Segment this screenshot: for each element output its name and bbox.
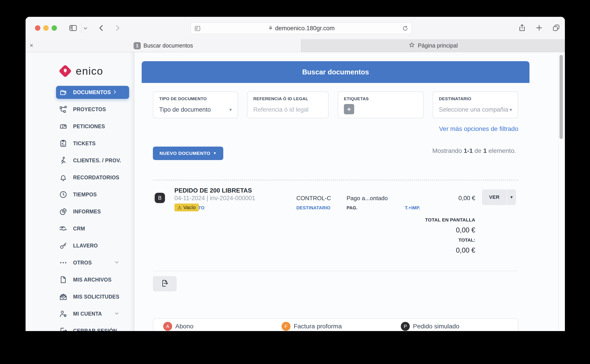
tab-overview-icon[interactable]: [552, 24, 560, 32]
scrollbar-thumb[interactable]: [559, 55, 563, 139]
clipboard-icon: [59, 139, 68, 148]
sidebar-item-tiempos[interactable]: TIEMPOS: [26, 186, 135, 203]
reload-icon[interactable]: [402, 25, 409, 33]
cell-destinatario: CONTROL-C: [296, 195, 331, 202]
sidebar-item-label: CRM: [73, 226, 85, 232]
sidebar-item-documentos[interactable]: DOCUMENTOS: [26, 84, 135, 101]
new-tab-icon[interactable]: [535, 24, 543, 32]
totals-block: TOTAL EN PANTALLA 0,00 € TOTAL: 0,00 €: [153, 217, 475, 254]
caret-down-icon: ▾: [229, 107, 232, 113]
sidebar-item-llavero[interactable]: LLAVERO: [26, 237, 135, 254]
lock-icon: [268, 25, 273, 32]
table-row: B PEDIDO DE 200 LIBRETAS 04-11-2024 | in…: [153, 184, 518, 216]
toolbar-chevron-down-icon[interactable]: [83, 26, 88, 31]
address-bar[interactable]: demoenico.180gr.com: [191, 22, 412, 34]
close-window-button[interactable]: [35, 25, 40, 31]
sidebar-item-label: MIS SOLICITUDES: [73, 294, 119, 300]
minimize-window-button[interactable]: [43, 25, 49, 31]
sidebar-item-mi-cuenta[interactable]: MI CUENTA: [26, 305, 135, 322]
total-label: TOTAL:: [153, 237, 475, 243]
filter-referencia: REFERENCIA Ó ID LEGAL: [247, 91, 329, 118]
sidebar-item-label: CERRAR SESIÓN: [73, 328, 117, 331]
reader-view-icon[interactable]: [194, 25, 201, 33]
app-logo[interactable]: enico: [60, 65, 103, 77]
filter-row: TIPO DE DOCUMENTO Tipo de documento▾ REF…: [153, 91, 518, 118]
logo-wordmark: enico: [76, 65, 103, 77]
tab-bar: × 1 Buscar documentos Página principal: [26, 39, 565, 52]
document-title[interactable]: PEDIDO DE 200 LIBRETAS: [174, 187, 252, 194]
add-tag-button[interactable]: +: [344, 104, 354, 114]
sidebar-item-crm[interactable]: CRM: [26, 220, 135, 237]
sidebar-item-label: INFORMES: [73, 209, 101, 215]
scrollbar-track: [558, 52, 558, 331]
sidebar-item-label: PROYECTOS: [73, 106, 106, 112]
sidebar-item-mis-archivos[interactable]: MIS ARCHIVOS: [26, 271, 135, 288]
sidebar-item-informes[interactable]: INFORMES: [26, 203, 135, 220]
sidebar-item-label: LLAVERO: [73, 243, 98, 249]
ellipsis-icon: [59, 258, 68, 267]
logout-icon: [59, 327, 68, 331]
sidebar-item-label: CLIENTES. / PROV.: [73, 158, 121, 164]
empty-warning-badge: ⚠ Vacío: [174, 203, 199, 211]
ver-dropdown-button[interactable]: ▼: [507, 189, 516, 205]
referencia-input[interactable]: [253, 106, 322, 113]
ver-button[interactable]: VER: [482, 189, 507, 205]
main-panel: Buscar documentos TIPO DE DOCUMENTO Tipo…: [135, 52, 565, 331]
filter-tipo-de-documento: TIPO DE DOCUMENTO Tipo de documento▾: [153, 91, 238, 118]
key-icon: [59, 241, 68, 250]
sidebar-item-label: MIS ARCHIVOS: [73, 277, 111, 283]
ver-button-group: VER ▼: [482, 189, 516, 205]
zoom-window-button[interactable]: [52, 25, 57, 31]
star-icon: [408, 42, 415, 50]
more-filter-options-link[interactable]: Ver más opciones de filtrado: [153, 125, 518, 132]
browser-window: demoenico.180gr.com × 1 Busc: [26, 17, 565, 331]
sidebar-nav: DOCUMENTOS PROYECTOS: [26, 84, 135, 331]
tab-buscar-documentos[interactable]: × 1 Buscar documentos: [26, 39, 301, 52]
filter-label: TIPO DE DOCUMENTO: [159, 96, 232, 101]
sidebar-item-clientes-prov[interactable]: CLIENTES. / PROV.: [26, 152, 135, 169]
export-button[interactable]: [153, 276, 177, 291]
legend-label: Pedido simulado: [413, 323, 459, 330]
sidebar-item-label: OTROS: [73, 260, 92, 266]
total-value: 0,00 €: [153, 246, 475, 254]
page-content: enico DOCUMENTOS: [26, 52, 565, 331]
table-header-separator: [153, 180, 518, 180]
sidebar-item-label: TIEMPOS: [73, 192, 97, 198]
filter-label: ETIQUETAS: [344, 96, 417, 101]
sidebar-item-label: PETICIONES: [73, 124, 105, 130]
tab-close-icon[interactable]: ×: [30, 42, 33, 49]
forward-button[interactable]: [113, 24, 122, 32]
sidebar-toggle-icon[interactable]: [69, 24, 78, 32]
sidebar-item-peticiones[interactable]: PETICIONES: [26, 118, 135, 135]
sidebar-item-proyectos[interactable]: PROYECTOS: [26, 101, 135, 118]
project-nodes-icon: [59, 105, 68, 114]
sidebar-item-label: MI CUENTA: [73, 311, 102, 317]
pie-chart-icon: [59, 207, 68, 216]
mailbox-icon: [59, 122, 68, 131]
clock-icon: [59, 190, 68, 199]
sidebar-item-mis-solicitudes[interactable]: MIS SOLICITUDES: [26, 288, 135, 305]
sidebar-item-recordatorios[interactable]: RECORDATORIOS: [26, 169, 135, 186]
chevron-down-icon: [114, 259, 120, 266]
tipo-documento-select[interactable]: Tipo de documento▾: [159, 106, 232, 113]
toolbar-divider: [81, 23, 81, 33]
sidebar-item-tickets[interactable]: TICKETS: [26, 135, 135, 152]
share-icon[interactable]: [518, 24, 526, 32]
filter-label: REFERENCIA Ó ID LEGAL: [253, 96, 322, 101]
chevron-right-icon: [112, 89, 117, 96]
tab-pagina-principal[interactable]: Página principal: [301, 39, 565, 52]
total-screen-label: TOTAL EN PANTALLA: [153, 217, 475, 223]
file-icon: [59, 275, 68, 284]
destinatario-select[interactable]: Seleccione una compañia▾: [439, 106, 512, 113]
sidebar-item-label: TICKETS: [73, 141, 96, 147]
page-title: Buscar documentos: [302, 68, 369, 76]
sidebar-item-cerrar-sesion[interactable]: CERRAR SESIÓN: [26, 322, 135, 331]
caret-down-icon: ▾: [510, 107, 512, 113]
chevron-down-icon: [114, 310, 120, 317]
legend-item-factura-proforma: F Factura proforma: [282, 322, 342, 331]
folder-icon: [59, 88, 68, 97]
filter-label: DESTINATARIO: [439, 96, 512, 101]
back-button[interactable]: [97, 24, 106, 32]
document-type-badge: B: [155, 193, 165, 203]
sidebar-item-otros[interactable]: OTROS: [26, 254, 135, 271]
